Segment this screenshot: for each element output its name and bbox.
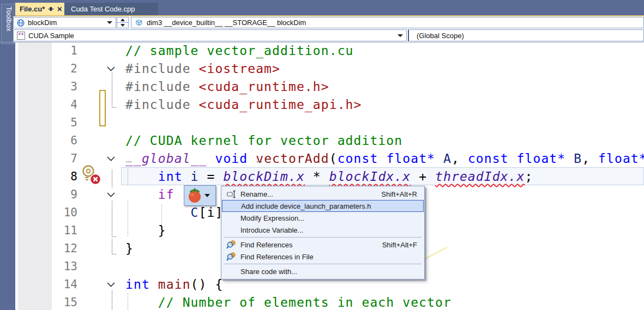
- code-text: // Number of elements in each vector: [125, 295, 452, 310]
- line-number: 2: [52, 62, 77, 75]
- collapse-chevron-icon[interactable]: [106, 280, 116, 290]
- menu-item-label: Find References in File: [240, 253, 424, 261]
- cube-icon: [135, 19, 143, 26]
- context-menu: Rename...Shift+Alt+RAdd include device_l…: [221, 186, 425, 279]
- menu-item-find-references-in-file[interactable]: Find References in File: [222, 251, 424, 263]
- menu-separator: [224, 264, 422, 264]
- line-number: 5: [52, 116, 77, 129]
- cpp-project-icon: ⁺⁺: [17, 32, 25, 40]
- line-number: 1: [52, 44, 77, 57]
- menu-item-shortcut: Shift+Alt+R: [381, 190, 417, 198]
- scope-bar: ⁺⁺ CUDA Sample (Global Scope): [13, 29, 644, 42]
- scope-dropdown[interactable]: (Global Scope): [408, 29, 644, 41]
- collapse-chevron-icon[interactable]: [106, 64, 116, 74]
- code-line-1[interactable]: 1// sample vector_addition.cu: [0, 41, 644, 59]
- menu-item-label: Find References: [240, 241, 382, 249]
- error-lightbulb-icon[interactable]: [81, 164, 107, 189]
- line-number: 14: [52, 278, 77, 291]
- symbol-signature: dim3 __device_builtin__ __STORAGE__ bloc…: [147, 19, 306, 27]
- project-dropdown[interactable]: ⁺⁺ CUDA Sample: [13, 29, 407, 41]
- close-icon[interactable]: ✕: [57, 5, 62, 13]
- code-text: C[i]: [125, 205, 223, 220]
- menu-item-introduce-variable[interactable]: Introduce Variable...: [222, 224, 424, 236]
- document-tab-bar: File.cu* ✕ Cuda Test Code.cpp: [15, 0, 644, 16]
- globe-icon: [17, 19, 25, 27]
- spin-up-button[interactable]: [117, 17, 128, 23]
- code-line-15[interactable]: 15 // Number of elements in each vector: [0, 293, 644, 310]
- navigation-bar: blockDim dim3 __device_builtin__ __STORA…: [13, 16, 644, 29]
- line-number: 8: [52, 170, 77, 183]
- tab-file-cu[interactable]: File.cu* ✕: [15, 3, 64, 15]
- line-number: 3: [52, 80, 77, 93]
- collapse-chevron-icon[interactable]: [106, 154, 116, 164]
- code-text: }: [125, 241, 134, 256]
- code-line-6[interactable]: 6// CUDA kernel for vector addition: [0, 131, 644, 149]
- code-line-3[interactable]: 3#include <cuda_runtime.h>: [0, 77, 644, 95]
- line-number: 13: [52, 260, 77, 273]
- code-line-5[interactable]: 5: [0, 113, 644, 131]
- line-number: 6: [52, 134, 77, 147]
- symbol-dropdown[interactable]: blockDim: [13, 17, 116, 28]
- chevron-down-icon: [204, 194, 210, 197]
- tomato-icon: [187, 187, 202, 204]
- menu-item-add-include-device-launch-parameters-h[interactable]: Add include device_launch_parameters.h: [222, 200, 424, 212]
- code-line-4[interactable]: 4#include <cuda_runtime_api.h>: [0, 95, 644, 113]
- menu-item-rename[interactable]: Rename...Shift+Alt+R: [222, 188, 424, 200]
- find-references-icon: [222, 252, 240, 262]
- code-text: int main() {: [125, 277, 223, 292]
- code-text: #include <cuda_runtime.h>: [125, 79, 329, 94]
- line-number: 4: [52, 98, 77, 111]
- triangle-up-icon: [121, 19, 125, 21]
- line-number: 9: [52, 188, 77, 201]
- code-text: }: [125, 223, 166, 238]
- line-number: 11: [52, 224, 77, 237]
- tab-label: File.cu*: [20, 5, 45, 13]
- quick-actions-button[interactable]: [184, 185, 216, 206]
- line-number: 12: [52, 242, 77, 255]
- code-text: if: [125, 187, 174, 202]
- code-text: #include <iostream>: [125, 61, 280, 76]
- code-text: // sample vector_addition.cu: [125, 43, 354, 58]
- triangle-down-icon: [121, 24, 125, 27]
- menu-item-share-code-with[interactable]: Share code with...: [222, 265, 424, 277]
- code-text: #include <cuda_runtime_api.h>: [125, 97, 362, 112]
- line-number: 15: [52, 296, 77, 309]
- symbol-signature-box[interactable]: dim3 __device_builtin__ __STORAGE__ bloc…: [131, 17, 644, 28]
- menu-item-label: Share code with...: [240, 268, 424, 276]
- pin-icon[interactable]: [48, 6, 54, 12]
- rename-icon: [222, 190, 240, 198]
- spin-down-button[interactable]: [117, 23, 128, 28]
- menu-item-label: Modify Expression...: [240, 214, 424, 222]
- chevron-down-icon: [398, 34, 403, 37]
- line-number: 10: [52, 206, 77, 219]
- toolbox-label: Toolbox: [5, 4, 13, 44]
- symbol-dropdown-value: blockDim: [28, 19, 57, 27]
- vs-window: Toolbox File.cu* ✕ Cuda Test Code.cpp bl…: [0, 0, 644, 310]
- menu-item-shortcut: Shift+Alt+F: [382, 241, 417, 249]
- menu-item-label: Add include device_launch_parameters.h: [241, 202, 423, 210]
- code-text: int i = blockDim.x * blockIdx.x + thread…: [125, 169, 533, 184]
- tab-cuda-test-code[interactable]: Cuda Test Code.cpp: [64, 3, 158, 15]
- menu-separator: [224, 237, 422, 238]
- scope-dropdown-value: (Global Scope): [417, 32, 464, 40]
- tab-label: Cuda Test Code.cpp: [71, 5, 135, 13]
- symbol-spinner[interactable]: [117, 17, 129, 28]
- lightbulb-glow-artifact: [423, 245, 449, 264]
- project-dropdown-value: CUDA Sample: [28, 32, 74, 40]
- chevron-down-icon: [107, 21, 112, 24]
- menu-item-label: Rename...: [240, 190, 381, 198]
- line-number: 7: [52, 152, 77, 165]
- collapse-chevron-icon[interactable]: [106, 190, 116, 200]
- menu-item-find-references[interactable]: Find ReferencesShift+Alt+F: [222, 239, 424, 251]
- menu-item-modify-expression[interactable]: Modify Expression...: [222, 212, 424, 224]
- code-text: // CUDA kernel for vector addition: [125, 133, 402, 148]
- code-line-2[interactable]: 2#include <iostream>: [0, 59, 644, 77]
- code-text: __global__ void vectorAdd(const float* A…: [125, 151, 644, 166]
- find-references-icon: [222, 240, 240, 250]
- menu-item-label: Introduce Variable...: [240, 226, 424, 234]
